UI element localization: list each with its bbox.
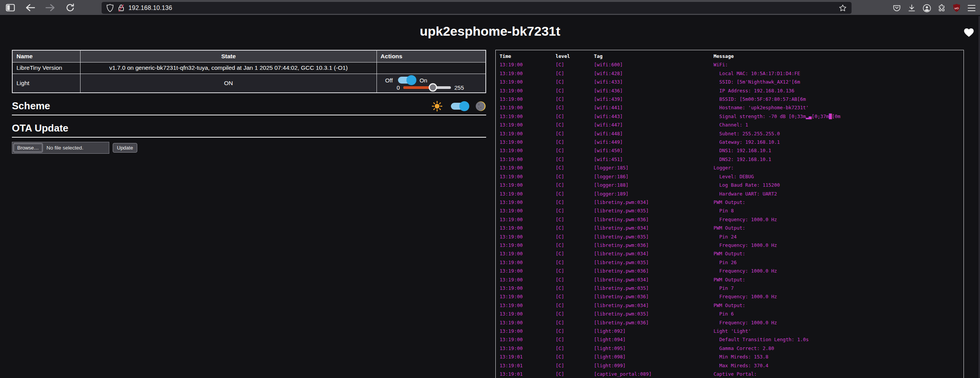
- log-tag-cell: [libretiny.pwm:036]: [594, 241, 714, 250]
- log-message-cell: Min Mireds: 153.8: [714, 353, 964, 361]
- log-row: 13:19:00 [C] [wifi:441] Hostname: 'upk2e…: [500, 104, 964, 112]
- update-button[interactable]: Update: [113, 143, 137, 153]
- extensions-puzzle-icon[interactable]: [937, 3, 946, 13]
- log-message-cell: Gamma Correct: 2.80: [714, 344, 964, 353]
- log-time-cell: 13:19:00: [500, 310, 556, 318]
- log-message-cell: BSSID: [5m00:5F:67:80:57:AB[6m: [714, 95, 964, 104]
- log-tag-cell: [light:095]: [594, 344, 714, 353]
- log-tag-cell: [wifi:451]: [594, 155, 714, 164]
- log-time-cell: 13:19:00: [500, 104, 556, 112]
- light-toggle-knob[interactable]: [406, 75, 416, 85]
- light-brightness-slider[interactable]: [403, 86, 451, 89]
- browse-button[interactable]: Browse…: [13, 143, 43, 153]
- log-tag-cell: [libretiny.pwm:034]: [594, 198, 714, 207]
- sidebar-icon[interactable]: [5, 3, 15, 13]
- account-icon[interactable]: [922, 3, 931, 13]
- log-message-cell: Gateway: 192.168.10.1: [714, 138, 964, 146]
- url-text[interactable]: 192.168.10.136: [128, 5, 172, 12]
- log-message-cell: Frequency: 1000.0 Hz: [714, 267, 964, 275]
- log-row: 13:19:00 [C] [logger:185] Logger:: [500, 164, 964, 172]
- log-level-cell: [C]: [556, 173, 594, 181]
- log-level-cell: [C]: [556, 130, 594, 138]
- log-level-cell: [C]: [556, 327, 594, 335]
- page-scrollbar[interactable]: [978, 16, 980, 378]
- log-row: 13:19:00 [C] [logger:189] Hardware UART:…: [500, 190, 964, 198]
- log-time-cell: 13:19:00: [500, 258, 556, 267]
- svg-text:uO: uO: [954, 7, 959, 10]
- log-message-cell: PWM Output:: [714, 224, 964, 232]
- light-toggle[interactable]: [398, 77, 414, 84]
- log-row: 13:19:00 [C] [wifi:449] Gateway: 192.168…: [500, 138, 964, 146]
- log-time-cell: 13:19:00: [500, 224, 556, 232]
- scheme-toggle[interactable]: [451, 103, 467, 110]
- menu-hamburger-icon[interactable]: [967, 3, 976, 13]
- light-slider-thumb[interactable]: [429, 83, 437, 92]
- shield-icon[interactable]: [106, 4, 114, 12]
- log-message-cell: Subnet: 255.255.255.0: [714, 130, 964, 138]
- log-tag-cell: [wifi:428]: [594, 69, 714, 78]
- log-level-cell: [C]: [556, 155, 594, 164]
- bookmark-star-icon[interactable]: [839, 4, 847, 12]
- lock-disabled-icon[interactable]: [118, 4, 125, 12]
- scheme-heading: Scheme: [12, 100, 50, 112]
- log-row: 13:19:00 [C] [libretiny.pwm:036] Frequen…: [500, 267, 964, 275]
- log-row: 13:19:01 [C] [light:098] Min Mireds: 153…: [500, 353, 964, 361]
- row-name: Light: [12, 74, 81, 93]
- log-message-cell: Level: DEBUG: [714, 173, 964, 181]
- log-level-cell: [C]: [556, 233, 594, 241]
- log-panel[interactable]: Time level Tag Message 13:19:00 [C] [wif…: [495, 50, 964, 378]
- log-time-cell: 13:19:00: [500, 61, 556, 69]
- log-col-time: Time: [500, 52, 556, 61]
- log-tag-cell: [libretiny.pwm:036]: [594, 215, 714, 224]
- url-bar[interactable]: 192.168.10.136: [102, 2, 852, 14]
- log-time-cell: 13:19:00: [500, 319, 556, 327]
- log-time-cell: 13:19:01: [500, 362, 556, 370]
- col-header-name: Name: [12, 50, 81, 62]
- reload-icon[interactable]: [65, 3, 75, 13]
- back-icon[interactable]: [25, 3, 35, 13]
- forward-icon[interactable]: [45, 3, 55, 13]
- ota-file-input[interactable]: Browse… No file selected.: [12, 142, 109, 154]
- log-level-cell: [C]: [556, 207, 594, 215]
- log-level-cell: [C]: [556, 164, 594, 172]
- log-level-cell: [C]: [556, 69, 594, 78]
- log-tag-cell: [wifi:439]: [594, 95, 714, 104]
- file-status-text: No file selected.: [46, 145, 83, 151]
- download-icon[interactable]: [907, 3, 916, 13]
- log-time-cell: 13:19:00: [500, 164, 556, 172]
- light-on-label[interactable]: On: [419, 77, 427, 84]
- log-row: 13:19:00 [C] [light:092] Light 'Light': [500, 327, 964, 335]
- log-level-cell: [C]: [556, 293, 594, 301]
- log-row: 13:19:00 [C] [libretiny.pwm:036] Frequen…: [500, 319, 964, 327]
- ublock-icon[interactable]: uO: [952, 3, 961, 13]
- light-off-label[interactable]: Off: [385, 77, 393, 84]
- log-level-cell: [C]: [556, 362, 594, 370]
- log-tag-cell: [libretiny.pwm:036]: [594, 319, 714, 327]
- log-level-cell: [C]: [556, 87, 594, 95]
- log-tag-cell: [libretiny.pwm:035]: [594, 284, 714, 293]
- log-tag-cell: [libretiny.pwm:034]: [594, 276, 714, 284]
- log-row: 13:19:00 [C] [wifi:450] DNS1: 192.168.10…: [500, 146, 964, 155]
- log-header-row: Time level Tag Message: [500, 52, 964, 61]
- log-row: 13:19:00 [C] [libretiny.pwm:034] PWM Out…: [500, 250, 964, 258]
- log-level-cell: [C]: [556, 250, 594, 258]
- log-row: 13:19:00 [C] [libretiny.pwm:035] Pin 7: [500, 284, 964, 293]
- log-time-cell: 13:19:00: [500, 276, 556, 284]
- row-actions-light: Off On 0 255: [377, 74, 486, 93]
- log-row: 13:19:00 [C] [libretiny.pwm:036] Frequen…: [500, 293, 964, 301]
- log-row: 13:19:00 [C] [libretiny.pwm:036] Frequen…: [500, 215, 964, 224]
- log-message-cell: SSID: [5m'Nighthawk_AX12'[6m: [714, 78, 964, 86]
- log-tag-cell: [logger:189]: [594, 190, 714, 198]
- log-row: 13:19:00 [C] [libretiny.pwm:035] Pin 24: [500, 233, 964, 241]
- log-time-cell: 13:19:00: [500, 155, 556, 164]
- scheme-toggle-knob[interactable]: [459, 101, 469, 111]
- browser-toolbar: 192.168.10.136 uO: [0, 0, 980, 16]
- log-time-cell: 13:19:00: [500, 284, 556, 293]
- log-level-cell: [C]: [556, 353, 594, 361]
- pocket-icon[interactable]: [892, 3, 901, 13]
- ota-heading: OTA Update: [12, 122, 68, 134]
- log-message-cell: PWM Output:: [714, 198, 964, 207]
- log-level-cell: [C]: [556, 198, 594, 207]
- log-level-cell: [C]: [556, 370, 594, 378]
- states-table-header: Name State Actions: [12, 50, 486, 62]
